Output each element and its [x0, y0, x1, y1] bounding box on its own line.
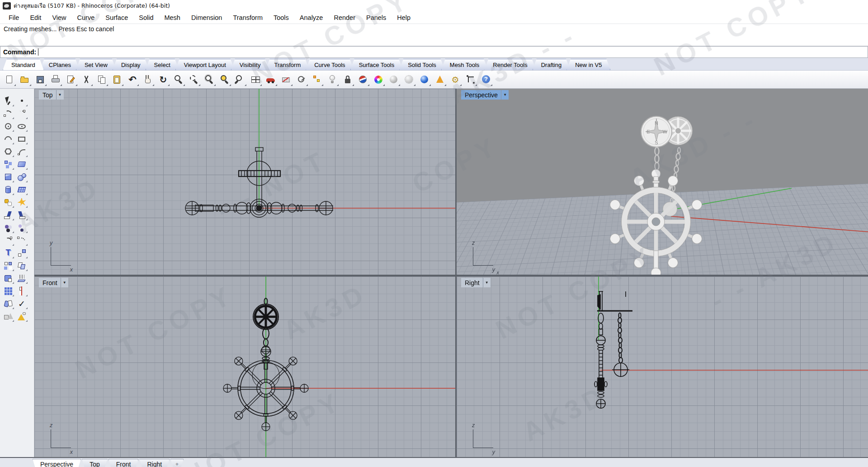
rendered-sphere-icon[interactable]: [418, 73, 431, 86]
extrude-icon[interactable]: [16, 272, 28, 284]
shaded-sphere-icon[interactable]: [387, 73, 401, 86]
lock-icon[interactable]: [341, 73, 354, 86]
cage-edit-icon[interactable]: [2, 158, 14, 170]
tab-solid-tools[interactable]: Solid Tools: [399, 59, 445, 70]
viewport-tab-front[interactable]: Front: [108, 459, 139, 467]
menu-surface[interactable]: Surface: [100, 13, 133, 22]
align-icon[interactable]: [16, 285, 28, 296]
ellipse-icon[interactable]: [16, 120, 28, 132]
annotate-icon[interactable]: [64, 73, 78, 86]
color-wheel-icon[interactable]: [372, 73, 385, 86]
group-icon[interactable]: [2, 260, 14, 271]
surface-grid-icon[interactable]: [16, 184, 28, 195]
undo-view-change-icon[interactable]: [233, 73, 247, 86]
move-icon[interactable]: [16, 247, 28, 258]
menu-render[interactable]: Render: [329, 13, 360, 22]
paste-icon[interactable]: [110, 73, 124, 86]
command-line[interactable]: Command:: [0, 46, 868, 58]
array-icon[interactable]: [2, 285, 14, 296]
tab-transform[interactable]: Transform: [265, 59, 309, 70]
circle-center-icon[interactable]: [295, 73, 308, 86]
print-icon[interactable]: [49, 73, 62, 86]
cylinder-icon[interactable]: [2, 184, 14, 195]
color-cluster-icon[interactable]: [2, 222, 14, 233]
tab-display[interactable]: Display: [113, 59, 149, 70]
tab-standard[interactable]: Standard: [3, 59, 44, 70]
tab-cplanes[interactable]: CPlanes: [40, 59, 80, 70]
viewport-tab-top[interactable]: Top: [82, 459, 108, 467]
viewport-menu-caret[interactable]: ▼: [61, 278, 68, 287]
menu-help[interactable]: Help: [392, 13, 415, 22]
menu-analyze[interactable]: Analyze: [295, 13, 328, 22]
sphere-icon[interactable]: [16, 171, 28, 182]
tab-select[interactable]: Select: [146, 59, 179, 70]
surface-icon[interactable]: [16, 158, 28, 170]
viewport-menu-caret[interactable]: ▼: [56, 90, 64, 100]
pyramid-icon[interactable]: [16, 310, 28, 322]
menu-file[interactable]: File: [4, 13, 24, 22]
trim-icon[interactable]: [2, 209, 14, 220]
tab-new-in-v5[interactable]: New in V5: [566, 59, 610, 70]
primitives-icon[interactable]: [2, 310, 14, 322]
viewport-title-perspective[interactable]: Perspective ▼: [461, 90, 509, 100]
ghosted-sphere-icon[interactable]: [402, 73, 416, 86]
menu-transform[interactable]: Transform: [228, 13, 268, 22]
viewport-title-top[interactable]: Top ▼: [39, 90, 64, 100]
gears-icon[interactable]: [448, 73, 462, 86]
tab-render-tools[interactable]: Render Tools: [484, 59, 536, 70]
zoom-selected-icon[interactable]: [218, 73, 231, 86]
viewport-front[interactable]: Front ▼ z x: [34, 276, 455, 457]
curve-icon[interactable]: [2, 108, 14, 119]
menu-mesh[interactable]: Mesh: [159, 13, 185, 22]
tab-surface-tools[interactable]: Surface Tools: [350, 59, 403, 70]
point-colors-icon[interactable]: [16, 222, 28, 233]
circle-icon[interactable]: [2, 120, 14, 132]
arc-icon[interactable]: [2, 133, 14, 144]
open-file-icon[interactable]: [18, 73, 32, 86]
tab-curve-tools[interactable]: Curve Tools: [306, 59, 354, 70]
control-point-curve-icon[interactable]: [16, 108, 28, 119]
menu-tools[interactable]: Tools: [269, 13, 294, 22]
box-icon[interactable]: [2, 171, 14, 182]
boolean-union-icon[interactable]: [2, 272, 14, 284]
select-points-icon[interactable]: [310, 73, 324, 86]
pointer-icon[interactable]: [2, 95, 14, 106]
viewport-tab-perspective[interactable]: Perspective: [33, 459, 81, 467]
help-icon[interactable]: [479, 73, 493, 86]
tab-mesh-tools[interactable]: Mesh Tools: [441, 59, 488, 70]
render-cone-icon[interactable]: [433, 73, 447, 86]
copy-icon[interactable]: [95, 73, 108, 86]
cut-icon[interactable]: [80, 73, 93, 86]
viewport-menu-caret[interactable]: ▼: [483, 278, 491, 287]
car-icon[interactable]: [264, 73, 278, 86]
viewport-perspective[interactable]: N E W S: [457, 89, 868, 275]
menu-panels[interactable]: Panels: [361, 13, 391, 22]
tab-visibility[interactable]: Visibility: [231, 59, 269, 70]
menu-solid[interactable]: Solid: [134, 13, 158, 22]
viewport-tab-right[interactable]: Right: [139, 459, 170, 467]
dimension-icon[interactable]: [464, 73, 477, 86]
rotate-view-icon[interactable]: [156, 73, 170, 86]
zoom-dynamic-icon[interactable]: [172, 73, 185, 86]
text-icon[interactable]: [2, 247, 14, 258]
split-icon[interactable]: [16, 209, 28, 220]
check-icon[interactable]: [16, 298, 28, 309]
viewport-menu-caret[interactable]: ▼: [501, 90, 509, 100]
menu-dimension[interactable]: Dimension: [186, 13, 227, 22]
save-file-icon[interactable]: [33, 73, 47, 86]
menu-view[interactable]: View: [47, 13, 71, 22]
zoom-window-icon[interactable]: [187, 73, 201, 86]
rectangle-icon[interactable]: [16, 133, 28, 144]
add-viewport-tab[interactable]: +: [170, 459, 184, 467]
copy-objects-icon[interactable]: [16, 260, 28, 271]
viewport-title-right[interactable]: Right ▼: [461, 278, 491, 287]
blend-curve-icon[interactable]: [2, 234, 14, 246]
new-file-icon[interactable]: [3, 73, 16, 86]
point-icon[interactable]: [16, 95, 28, 106]
pan-hand-icon[interactable]: [141, 73, 155, 86]
menu-edit[interactable]: Edit: [25, 13, 46, 22]
viewport-title-front[interactable]: Front ▼: [39, 278, 68, 287]
viewport-top[interactable]: Top ▼ y x: [34, 89, 455, 275]
menu-curve[interactable]: Curve: [72, 13, 100, 22]
viewport-right[interactable]: Right ▼ z y: [457, 276, 868, 457]
